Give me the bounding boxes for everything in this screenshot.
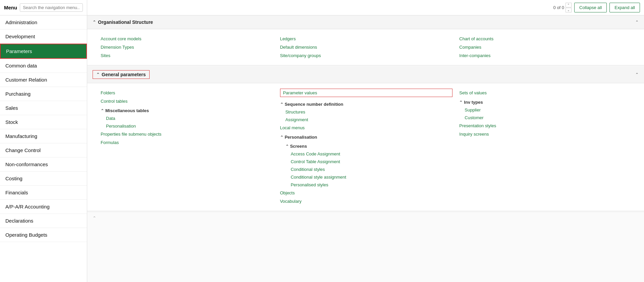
sidebar-item-declarations[interactable]: Declarations (0, 214, 87, 228)
counter-arrows: ⌃ ⌄ (566, 3, 572, 12)
link-default-dimensions[interactable]: Default dimensions (280, 43, 453, 51)
sidebar-item-non-conformances[interactable]: Non-conformances (0, 157, 87, 172)
section-org-structure-title: ⌃ Organisational Structure (93, 19, 153, 25)
sidebar-nav: AdministrationDevelopmentParametersCommo… (0, 15, 87, 282)
link-vocabulary[interactable]: Vocabulary (280, 197, 453, 205)
sub-personalisation: ⌃ Personalisation (280, 132, 453, 141)
link-objects[interactable]: Objects (280, 189, 453, 197)
search-counter: 0 of 0 ⌃ ⌄ (553, 3, 572, 12)
org-col-1: Account core models Dimension Types Site… (101, 35, 280, 60)
sidebar-item-stock[interactable]: Stock (0, 115, 87, 129)
section-general-params: ⌃ General parameters ⌃ Folders Control t… (87, 66, 644, 211)
collapse-icon-org-right: ⌃ (635, 20, 639, 25)
link-personalised-styles[interactable]: Personalised styles (280, 181, 453, 189)
link-structures[interactable]: Structures (280, 108, 453, 116)
sidebar-item-purchasing[interactable]: Purchasing (0, 87, 87, 101)
section-general-params-content: Folders Control tables ⌃ Miscellaneous t… (87, 83, 644, 211)
gen-col-2: Parameter values ⌃ Sequence number defin… (280, 89, 460, 205)
search-input[interactable] (20, 3, 83, 12)
section-general-params-title: ⌃ General parameters (93, 70, 150, 79)
link-ledgers[interactable]: Ledgers (280, 35, 453, 43)
section-org-structure: ⌃ Organisational Structure ⌃ Account cor… (87, 15, 644, 65)
link-conditional-styles[interactable]: Conditional styles (280, 166, 453, 173)
sidebar-item-change-control[interactable]: Change Control (0, 143, 87, 157)
link-access-code-assignment[interactable]: Access Code Assignment (280, 150, 453, 158)
main-sections: ⌃ Organisational Structure ⌃ Account cor… (87, 15, 644, 282)
collapse-all-button[interactable]: Collapse all (574, 3, 607, 12)
org-col-3: Chart of accounts Companies Inter-compan… (459, 35, 639, 60)
gen-col-3: Sets of values ⌃ Inv types Supplier Cust… (459, 89, 639, 205)
link-companies[interactable]: Companies (459, 43, 632, 51)
sub-miscellaneous-tables: ⌃ Miscellaneous tables (101, 105, 273, 114)
link-chart-of-accounts[interactable]: Chart of accounts (459, 35, 632, 43)
gen-col-1: Folders Control tables ⌃ Miscellaneous t… (101, 89, 280, 205)
sidebar-item-parameters[interactable]: Parameters (0, 44, 87, 59)
sidebar: Menu AdministrationDevelopmentParameters… (0, 0, 87, 282)
link-formulas[interactable]: Formulas (101, 138, 273, 147)
link-presentation-styles[interactable]: Presentation styles (459, 122, 632, 130)
sidebar-item-financials[interactable]: Financials (0, 186, 87, 200)
sub-sequence-number: ⌃ Sequence number definition (280, 99, 453, 108)
link-assignment[interactable]: Assignment (280, 116, 453, 124)
topbar: 0 of 0 ⌃ ⌄ Collapse all Expand all (87, 0, 644, 15)
link-control-table-assignment[interactable]: Control Table Assignment (280, 158, 453, 166)
link-control-tables[interactable]: Control tables (101, 97, 273, 105)
link-inter-companies[interactable]: Inter-companies (459, 51, 632, 60)
section-org-structure-content: Account core models Dimension Types Site… (87, 29, 644, 65)
section-general-params-header[interactable]: ⌃ General parameters ⌃ (87, 66, 644, 83)
counter-value: 0 of 0 (553, 5, 565, 10)
collapse-icon-org: ⌃ (93, 20, 96, 25)
link-local-menus[interactable]: Local menus (280, 124, 453, 132)
link-account-core-models[interactable]: Account core models (101, 35, 273, 43)
link-data[interactable]: Data (101, 114, 273, 122)
sidebar-item-common-data[interactable]: Common data (0, 59, 87, 73)
sidebar-item-costing[interactable]: Costing (0, 172, 87, 186)
sidebar-item-development[interactable]: Development (0, 30, 87, 44)
sub-screens: ⌃ Screens (280, 141, 453, 150)
sidebar-item-customer-relation[interactable]: Customer Relation (0, 73, 87, 87)
link-site-company-groups[interactable]: Site/company groups (280, 51, 453, 60)
sidebar-item-administration[interactable]: Administration (0, 15, 87, 30)
sub-inv-types: ⌃ Inv types (459, 97, 632, 106)
sidebar-item-ap-ar-accounting[interactable]: A/P-A/R Accounting (0, 200, 87, 214)
link-parameter-values[interactable]: Parameter values (280, 89, 453, 97)
link-personalisation-misc[interactable]: Personalisation (101, 122, 273, 130)
more-sections-indicator: ⌃ (87, 212, 644, 224)
collapse-icon-gen: ⌃ (96, 72, 100, 77)
link-conditional-style-assignment[interactable]: Conditional style assignment (280, 173, 453, 181)
sidebar-item-sales[interactable]: Sales (0, 101, 87, 115)
menu-label: Menu (4, 5, 17, 10)
link-inquiry-screens[interactable]: Inquiry screens (459, 130, 632, 138)
org-col-2: Ledgers Default dimensions Site/company … (280, 35, 460, 60)
counter-up-btn[interactable]: ⌃ (566, 3, 572, 7)
section-org-structure-header[interactable]: ⌃ Organisational Structure ⌃ (87, 15, 644, 29)
link-properties-file[interactable]: Properties file submenu objects (101, 130, 273, 138)
link-dimension-types[interactable]: Dimension Types (101, 43, 273, 51)
sidebar-item-operating-budgets[interactable]: Operating Budgets (0, 228, 87, 242)
sidebar-item-manufacturing[interactable]: Manufacturing (0, 129, 87, 143)
link-supplier[interactable]: Supplier (459, 106, 632, 114)
link-sites[interactable]: Sites (101, 51, 273, 60)
counter-down-btn[interactable]: ⌄ (566, 8, 572, 12)
link-folders[interactable]: Folders (101, 89, 273, 97)
main-content: 0 of 0 ⌃ ⌄ Collapse all Expand all ⌃ Org… (87, 0, 644, 282)
link-sets-of-values[interactable]: Sets of values (459, 89, 632, 97)
sidebar-header: Menu (0, 0, 87, 15)
collapse-icon-gen-right: ⌃ (635, 72, 639, 77)
expand-all-button[interactable]: Expand all (609, 3, 640, 12)
link-customer[interactable]: Customer (459, 114, 632, 122)
